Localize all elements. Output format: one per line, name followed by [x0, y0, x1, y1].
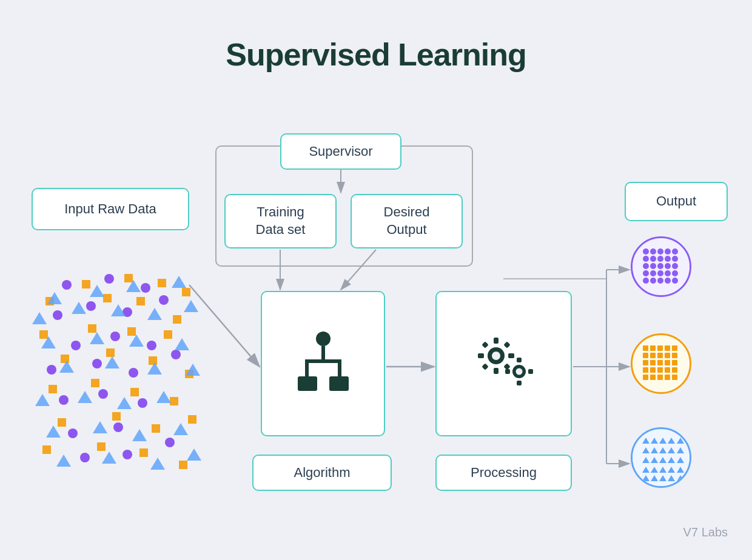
svg-marker-101 — [187, 448, 201, 461]
svg-rect-1 — [321, 346, 325, 359]
svg-rect-61 — [49, 385, 57, 393]
svg-rect-133 — [672, 345, 677, 351]
svg-rect-58 — [106, 348, 115, 357]
supervisor-box: Supervisor — [280, 133, 401, 170]
watermark: V7 Labs — [683, 525, 728, 539]
training-dataset-label: Training Data set — [256, 204, 306, 238]
output-circle-orange-svg — [633, 335, 690, 392]
svg-point-103 — [643, 248, 649, 255]
diagram-area: Input Raw Data Supervisor Training Data … — [0, 97, 752, 558]
svg-rect-144 — [643, 367, 648, 373]
svg-point-8 — [492, 352, 500, 360]
svg-rect-9 — [494, 338, 499, 344]
svg-rect-13 — [482, 341, 488, 348]
output-circle-purple-svg — [633, 238, 690, 295]
svg-marker-77 — [32, 312, 47, 324]
svg-rect-148 — [672, 367, 677, 373]
svg-rect-137 — [665, 353, 670, 358]
svg-marker-76 — [172, 276, 186, 288]
algorithm-label-box: Algorithm — [252, 455, 392, 491]
svg-rect-15 — [482, 363, 488, 370]
svg-point-124 — [650, 278, 656, 284]
svg-point-111 — [665, 256, 671, 262]
svg-marker-74 — [90, 285, 104, 297]
svg-point-115 — [657, 263, 663, 269]
page-title: Supervised Learning — [0, 0, 752, 73]
svg-rect-147 — [665, 367, 670, 373]
svg-rect-14 — [503, 341, 510, 348]
svg-point-109 — [650, 256, 656, 262]
svg-point-108 — [643, 256, 649, 262]
svg-marker-81 — [184, 300, 198, 312]
svg-point-122 — [672, 270, 678, 276]
svg-rect-3 — [305, 363, 309, 376]
svg-rect-65 — [58, 418, 66, 427]
svg-rect-146 — [657, 367, 663, 373]
output-label: Output — [656, 193, 696, 210]
svg-point-110 — [657, 256, 663, 262]
svg-rect-56 — [164, 330, 172, 339]
svg-point-123 — [643, 278, 649, 284]
svg-marker-99 — [102, 452, 116, 464]
svg-rect-153 — [672, 375, 677, 380]
svg-point-119 — [650, 270, 656, 276]
svg-rect-151 — [657, 375, 663, 380]
svg-point-34 — [92, 359, 102, 368]
svg-rect-71 — [139, 448, 148, 457]
svg-rect-136 — [657, 353, 663, 358]
svg-point-26 — [53, 310, 62, 320]
output-circle-blue-svg — [633, 429, 690, 486]
svg-rect-145 — [650, 367, 656, 373]
svg-rect-67 — [152, 424, 160, 433]
svg-point-37 — [59, 395, 69, 405]
svg-rect-57 — [61, 355, 69, 363]
svg-rect-135 — [650, 353, 656, 358]
svg-marker-84 — [129, 335, 144, 347]
svg-rect-63 — [130, 388, 139, 396]
svg-rect-139 — [643, 360, 648, 365]
svg-point-40 — [68, 428, 78, 438]
svg-marker-94 — [46, 425, 61, 438]
svg-rect-22 — [528, 369, 533, 374]
svg-rect-10 — [494, 368, 499, 374]
svg-rect-142 — [665, 360, 670, 365]
svg-point-116 — [665, 263, 671, 269]
svg-point-120 — [657, 270, 663, 276]
svg-marker-90 — [35, 394, 50, 406]
svg-point-18 — [515, 368, 522, 375]
svg-rect-150 — [650, 375, 656, 380]
svg-rect-53 — [39, 330, 48, 339]
algorithm-box — [261, 291, 385, 436]
svg-rect-16 — [503, 363, 510, 370]
svg-rect-55 — [127, 327, 136, 336]
svg-point-43 — [123, 450, 132, 459]
svg-point-126 — [665, 278, 671, 284]
svg-point-38 — [98, 389, 108, 399]
svg-rect-19 — [517, 358, 522, 362]
svg-marker-93 — [156, 391, 171, 403]
svg-rect-132 — [665, 345, 670, 351]
output-circle-purple — [631, 236, 691, 297]
svg-rect-6 — [329, 376, 349, 391]
output-circle-blue — [631, 427, 691, 488]
svg-marker-98 — [56, 455, 71, 467]
svg-marker-97 — [173, 423, 188, 435]
svg-point-118 — [643, 270, 649, 276]
svg-point-41 — [113, 422, 123, 432]
svg-point-23 — [62, 280, 72, 290]
svg-rect-54 — [88, 324, 96, 333]
desired-output-box: Desired Output — [351, 194, 463, 248]
svg-rect-143 — [672, 360, 677, 365]
output-box: Output — [625, 182, 728, 221]
svg-rect-68 — [188, 415, 196, 424]
svg-marker-95 — [93, 421, 107, 433]
svg-rect-59 — [149, 356, 157, 365]
svg-point-114 — [650, 263, 656, 269]
svg-rect-131 — [657, 345, 663, 351]
processing-icon — [471, 333, 537, 394]
svg-marker-91 — [78, 391, 92, 403]
svg-rect-48 — [182, 288, 190, 296]
svg-rect-134 — [643, 353, 648, 358]
training-dataset-box: Training Data set — [224, 194, 337, 248]
processing-label-box: Processing — [435, 455, 572, 491]
